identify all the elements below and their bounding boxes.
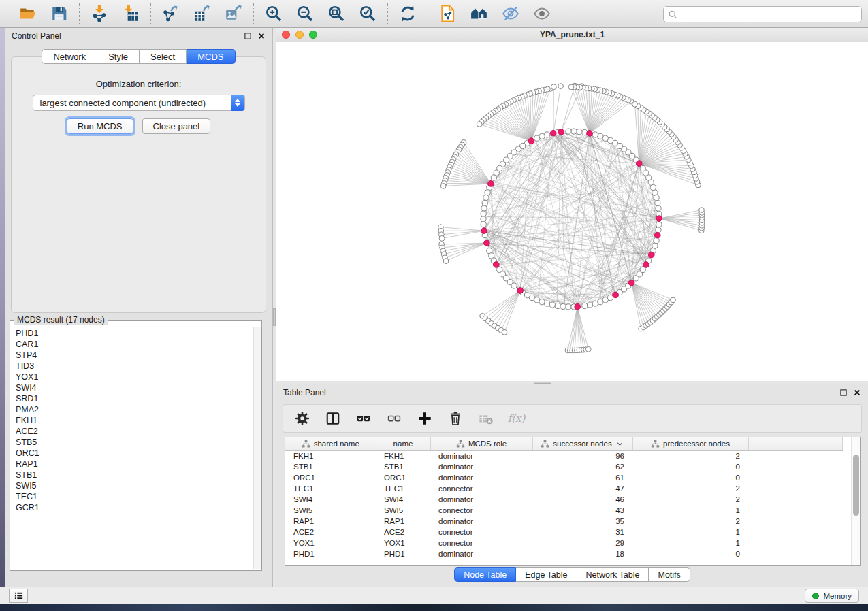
mcds-hub-node[interactable] xyxy=(649,252,655,258)
cell[interactable]: FKH1 xyxy=(376,450,430,461)
ring-node[interactable] xyxy=(656,222,662,227)
tab-node-table[interactable]: Node Table xyxy=(454,567,516,582)
tab-mcds[interactable]: MCDS xyxy=(187,49,235,64)
cell[interactable]: dominator xyxy=(430,548,532,559)
tab-network[interactable]: Network xyxy=(42,49,97,64)
ring-node[interactable] xyxy=(652,243,658,248)
ring-node[interactable] xyxy=(654,237,659,243)
add-button[interactable] xyxy=(415,408,435,429)
cell[interactable]: RAP1 xyxy=(376,516,430,527)
cell[interactable]: 1 xyxy=(632,527,748,538)
save-session-button[interactable] xyxy=(49,3,69,24)
mcds-result-item[interactable]: SRD1 xyxy=(16,393,253,404)
deselect-all-button[interactable] xyxy=(384,408,404,429)
ring-node[interactable] xyxy=(481,216,486,222)
cell[interactable] xyxy=(748,494,842,505)
search-box[interactable] xyxy=(663,6,862,22)
cell[interactable] xyxy=(748,516,842,527)
network-canvas[interactable] xyxy=(276,42,868,381)
table-row[interactable]: FKH1FKH1dominator962 xyxy=(285,450,842,461)
cell[interactable]: connector xyxy=(430,527,532,538)
leaf-node[interactable] xyxy=(568,84,574,90)
mcds-result-item[interactable]: GCR1 xyxy=(16,502,253,513)
ring-node[interactable] xyxy=(582,303,588,308)
tab-edge-table[interactable]: Edge Table xyxy=(516,567,577,582)
cell[interactable]: connector xyxy=(430,538,532,548)
hide-graphics-details-button[interactable] xyxy=(500,3,521,24)
mcds-result-item[interactable]: SWI5 xyxy=(16,480,253,491)
ring-node[interactable] xyxy=(640,165,645,171)
cell[interactable] xyxy=(748,461,842,472)
ring-node[interactable] xyxy=(566,304,571,310)
zoom-selected-button[interactable] xyxy=(357,3,378,24)
column-header-name[interactable]: name xyxy=(376,437,430,450)
ring-node[interactable] xyxy=(640,267,645,272)
cell[interactable]: 18 xyxy=(532,548,632,559)
cell[interactable]: ORC1 xyxy=(285,472,376,483)
zoom-in-button[interactable] xyxy=(263,3,284,24)
cell[interactable]: 0 xyxy=(632,461,748,472)
cell[interactable]: TEC1 xyxy=(285,483,376,494)
mcds-hub-node[interactable] xyxy=(656,216,662,222)
cell[interactable]: connector xyxy=(430,483,532,494)
cell[interactable]: 62 xyxy=(532,461,632,472)
column-header-shared-name[interactable]: shared name xyxy=(285,437,376,450)
cell[interactable]: dominator xyxy=(430,450,532,461)
leaf-node[interactable] xyxy=(439,236,445,242)
column-header-predecessor-nodes[interactable]: predecessor nodes xyxy=(632,437,748,450)
ring-node[interactable] xyxy=(560,303,566,309)
cell[interactable]: ACE2 xyxy=(376,527,430,538)
ring-node[interactable] xyxy=(539,299,545,305)
ring-node[interactable] xyxy=(511,283,517,288)
cell[interactable]: ORC1 xyxy=(376,472,430,483)
leaf-node[interactable] xyxy=(632,101,638,107)
mcds-result-item[interactable]: YOX1 xyxy=(16,371,253,382)
mcds-result-item[interactable]: FKH1 xyxy=(16,415,253,426)
mcds-result-item[interactable]: STP4 xyxy=(16,350,253,361)
cell[interactable]: 2 xyxy=(632,494,748,505)
table-row[interactable]: ORC1ORC1dominator610 xyxy=(285,472,842,483)
mcds-list-scrollbar[interactable] xyxy=(253,327,261,569)
cell[interactable]: PHD1 xyxy=(376,548,430,559)
ring-node[interactable] xyxy=(656,227,661,233)
close-panel-icon[interactable] xyxy=(853,389,861,397)
select-all-button[interactable] xyxy=(353,408,374,429)
ring-node[interactable] xyxy=(607,295,613,300)
cell[interactable]: SWI5 xyxy=(376,505,430,516)
mcds-result-item[interactable]: CAR1 xyxy=(16,339,253,350)
mcds-hub-node[interactable] xyxy=(575,303,581,310)
cell[interactable]: 31 xyxy=(532,527,632,538)
ring-node[interactable] xyxy=(481,211,486,216)
mcds-result-item[interactable]: TID3 xyxy=(16,361,253,371)
mcds-result-item[interactable]: PHD1 xyxy=(16,328,253,339)
run-mcds-button[interactable]: Run MCDS xyxy=(67,118,133,134)
table-scrollbar-thumb[interactable] xyxy=(853,455,859,516)
ring-node[interactable] xyxy=(485,190,490,195)
ring-node[interactable] xyxy=(545,301,550,306)
cell[interactable]: dominator xyxy=(430,516,532,527)
table-row[interactable]: SWI5SWI5connector431 xyxy=(285,505,842,516)
leaf-node[interactable] xyxy=(671,297,676,303)
mcds-result-list[interactable]: PHD1CAR1STP4TID3YOX1SWI4SRD1PMA2FKH1ACE2… xyxy=(11,327,253,569)
float-panel-icon[interactable] xyxy=(839,389,848,397)
cell[interactable]: 46 xyxy=(532,494,632,505)
mcds-hub-node[interactable] xyxy=(528,138,534,144)
float-panel-icon[interactable] xyxy=(244,32,252,40)
table-row[interactable]: YOX1YOX1connector291 xyxy=(285,538,842,548)
export-image-button[interactable] xyxy=(223,3,244,24)
mcds-result-item[interactable]: STB1 xyxy=(16,469,253,480)
cell[interactable]: 47 xyxy=(532,483,632,494)
search-input[interactable] xyxy=(678,8,861,20)
column-header-successor-nodes[interactable]: successor nodes xyxy=(532,437,632,450)
column-header-MCDS-role[interactable]: MCDS role xyxy=(430,437,532,450)
mcds-hub-node[interactable] xyxy=(558,129,564,135)
tab-select[interactable]: Select xyxy=(140,49,187,64)
ring-node[interactable] xyxy=(483,195,489,200)
cell[interactable]: 1 xyxy=(632,505,748,516)
mcds-result-item[interactable]: SWI4 xyxy=(16,382,253,393)
cell[interactable]: TEC1 xyxy=(376,483,430,494)
ring-node[interactable] xyxy=(577,129,582,135)
cell[interactable]: connector xyxy=(430,505,532,516)
ring-node[interactable] xyxy=(566,129,571,134)
columns-button[interactable] xyxy=(323,408,343,429)
